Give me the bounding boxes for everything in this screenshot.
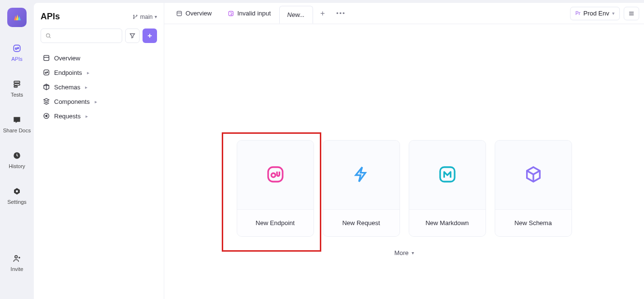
endpoints-icon [43,69,50,76]
tree-label: Components [54,98,90,105]
rail-item-settings[interactable]: Settings [0,186,34,205]
chevron-down-icon: ▾ [412,250,414,256]
chevron-right-icon: ▸ [86,114,88,119]
ellipsis-icon: ••• [336,10,346,17]
tab-add-button[interactable]: + [313,3,332,24]
tests-icon [12,79,22,89]
app-logo-shapes-icon [11,12,23,23]
rail-label: Share Docs [3,128,30,133]
svg-point-10 [133,18,134,19]
tab-more-button[interactable]: ••• [332,3,350,24]
requests-icon [43,112,50,120]
search-input[interactable] [41,28,122,43]
card-label: New Request [323,209,400,236]
panel-title: APIs [41,12,60,22]
svg-rect-3 [14,84,20,85]
more-button[interactable]: More ▾ [394,249,414,256]
chevron-right-icon: ▸ [85,85,87,90]
tab-invalid-input[interactable]: Invalid input [220,3,279,24]
card-new-markdown[interactable]: New Markdown [409,140,486,237]
rail-item-apis[interactable]: APIs [0,43,34,62]
svg-point-1 [15,48,17,49]
svg-point-20 [271,173,275,177]
card-new-schema[interactable]: New Schema [495,140,572,237]
apis-icon [12,43,22,53]
svg-rect-4 [14,86,17,87]
rail-item-history[interactable]: History [0,151,34,169]
card-new-request[interactable]: New Request [323,140,400,237]
tree-item-requests[interactable]: Requests ▸ [41,109,157,123]
overview-icon [176,10,183,17]
svg-point-7 [16,190,18,193]
svg-point-12 [46,34,50,37]
tab-new[interactable]: New... [279,6,313,24]
filter-button[interactable] [125,28,140,43]
branch-icon [132,14,138,20]
svg-point-8 [15,256,17,258]
rail-label: APIs [11,56,22,62]
chevron-right-icon: ▸ [87,70,89,75]
bolt-icon [352,165,371,185]
endpoint-icon [266,165,285,185]
tab-label: New... [287,11,305,18]
components-icon [43,98,50,105]
share-docs-icon [12,115,22,125]
tree-label: Overview [54,55,80,62]
tab-label: Overview [186,10,212,17]
app-logo[interactable] [7,8,27,27]
svg-point-15 [45,72,46,73]
svg-rect-18 [229,11,233,15]
chevron-down-icon: ▾ [155,14,157,19]
card-new-endpoint[interactable]: New Endpoint [237,140,314,237]
response-icon [228,10,234,17]
rail-item-tests[interactable]: Tests [0,79,34,98]
tree-item-schemas[interactable]: Schemas ▸ [41,80,157,94]
tab-label: Invalid input [237,10,271,17]
card-label: New Markdown [409,209,486,236]
svg-rect-13 [44,56,49,61]
invite-icon [12,254,22,263]
schemas-icon [43,83,50,91]
main-area: Overview Invalid input New... + ••• Pr P… [164,3,644,299]
rail-label: Invite [11,266,23,272]
svg-point-9 [133,15,134,16]
branch-selector[interactable]: main ▾ [132,14,157,20]
rail-label: Settings [7,199,27,205]
overview-icon [43,54,50,62]
tab-bar: Overview Invalid input New... + ••• Pr P… [164,3,644,24]
menu-button[interactable] [624,7,639,20]
cube-icon [524,165,543,185]
search-icon [45,32,52,39]
branch-label: main [140,14,153,20]
rail-item-share-docs[interactable]: Share Docs [0,115,34,133]
tree-label: Schemas [54,84,80,91]
rail-item-invite[interactable]: Invite [0,254,34,272]
svg-rect-2 [14,81,20,83]
chevron-down-icon: ▾ [612,11,615,16]
svg-point-11 [136,15,137,16]
tree-item-components[interactable]: Components ▸ [41,94,157,109]
markdown-icon [438,165,457,185]
plus-icon: + [320,9,325,18]
history-icon [12,151,22,160]
tab-overview[interactable]: Overview [168,3,220,24]
env-label: Prod Env [584,10,609,17]
filter-icon [129,32,136,39]
side-panel: APIs main ▾ Overview Endpoints ▸ [34,3,164,299]
settings-icon [12,186,22,196]
environment-selector[interactable]: Pr Prod Env ▾ [570,7,620,20]
tree-item-overview[interactable]: Overview [41,51,157,65]
chevron-right-icon: ▸ [95,99,97,104]
more-label: More [394,249,409,256]
tree-label: Requests [54,113,81,120]
card-label: New Endpoint [237,209,314,236]
add-button[interactable] [143,28,157,43]
new-item-stage: New Endpoint New Request New Markdown [164,24,644,299]
card-label: New Schema [495,209,572,236]
svg-rect-17 [177,11,181,15]
plus-icon [146,32,153,39]
rail-label: Tests [11,92,23,98]
hamburger-icon [628,10,635,17]
tree-item-endpoints[interactable]: Endpoints ▸ [41,65,157,80]
rail-label: History [9,163,25,169]
